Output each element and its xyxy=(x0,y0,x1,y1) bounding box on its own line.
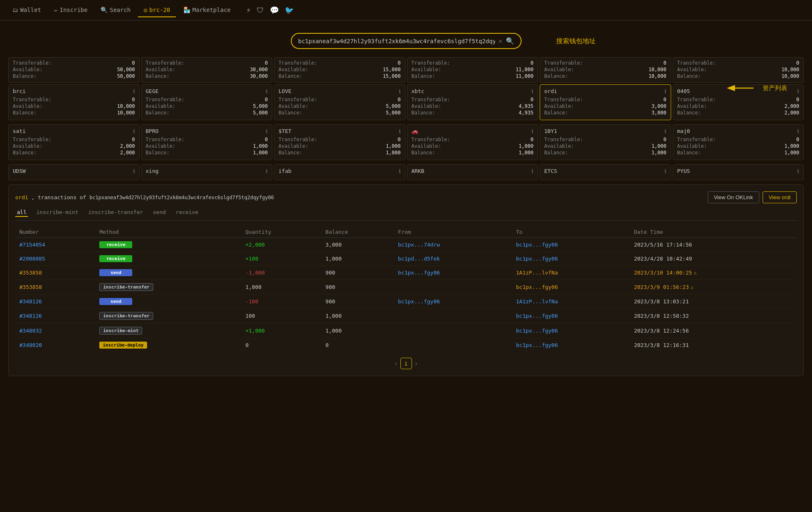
asset-name-GEGE: GEGE xyxy=(146,88,159,94)
nav-inscribe[interactable]: ✏️ Inscribe xyxy=(49,3,94,17)
tx-to[interactable]: bc1px...fgy06 xyxy=(512,252,630,266)
asset-card-row2-BPRO[interactable]: BPRO ℹ Transferable: 0 Available: 1,000 … xyxy=(141,124,273,160)
clear-icon[interactable]: ✕ xyxy=(498,37,503,45)
tx-method: inscribe-transfer xyxy=(95,309,241,323)
tx-balance: 1,000 xyxy=(321,252,394,266)
asset-info-icon-0405[interactable]: ℹ xyxy=(797,88,799,94)
asset-card-row3-ARKB[interactable]: ARKB ℹ xyxy=(407,164,538,180)
asset-card-row3-ifab[interactable]: ifab ℹ xyxy=(274,164,405,180)
tx-to[interactable]: bc1px...fgy06 xyxy=(512,238,630,252)
view-ordi-button[interactable]: View ordi xyxy=(763,191,797,203)
wallet-search-input[interactable] xyxy=(298,38,495,44)
tx-from[interactable]: bc1px...fgy06 xyxy=(394,266,512,280)
tx-address: bc1pxaneaf3w4d27hl2y93fuft2xk6m4u3wc4raf… xyxy=(89,195,274,200)
tx-tab-send[interactable]: send xyxy=(151,208,167,217)
tx-number[interactable]: #2008085 xyxy=(15,252,95,266)
asset-card-row2-1BY1[interactable]: 1BY1 ℹ Transferable: 0 Available: 1,000 … xyxy=(540,124,671,160)
tx-to[interactable]: 1A1zP...lvfNa xyxy=(512,295,630,309)
partial-card-4[interactable]: Transferable:0 Available:11,000 Balance:… xyxy=(407,57,538,83)
asset-name-ordi: ordi xyxy=(544,88,557,94)
marketplace-icon: 🏪 xyxy=(183,7,190,13)
tx-datetime: 2023/3/9 01:56:23⚠ xyxy=(630,280,797,295)
arrow-left-icon xyxy=(725,82,758,94)
tx-number[interactable]: #7154054 xyxy=(15,238,95,252)
asset-name-LOVE: LOVE xyxy=(278,88,291,94)
tx-tab-inscribe-transfer[interactable]: inscribe-transfer xyxy=(87,208,145,217)
tx-number[interactable]: #353858 xyxy=(15,280,95,295)
partial-card-3[interactable]: Transferable:0 Available:15,000 Balance:… xyxy=(274,57,405,83)
nav-marketplace[interactable]: 🏪 Marketplace xyxy=(178,3,236,17)
tx-datetime: 2023/5/16 17:14:56 xyxy=(630,238,797,252)
asset-list-label: 资产列表 xyxy=(763,84,787,92)
tx-tab-all[interactable]: all xyxy=(15,208,28,217)
tx-number[interactable]: #348126 xyxy=(15,295,95,309)
asset-card-row3-UDSW[interactable]: UDSW ℹ xyxy=(8,164,140,180)
tx-from[interactable] xyxy=(394,338,512,352)
partial-card-6[interactable]: Transferable:0 Available:10,000 Balance:… xyxy=(673,57,804,83)
asset-card-ordi[interactable]: ordi ℹ Transferable: 0 Available: 3,000 … xyxy=(540,84,671,120)
asset-card-row3-ETCS[interactable]: ETCS ℹ xyxy=(540,164,671,180)
tx-method: send xyxy=(95,266,241,280)
icon-1[interactable]: ⚡ xyxy=(246,6,251,14)
tx-to[interactable]: bc1px...fgy06 xyxy=(512,338,630,352)
asset-info-icon-xbtc[interactable]: ℹ xyxy=(531,88,534,94)
tx-quantity: -1,000 xyxy=(241,266,321,280)
tx-number[interactable]: #348126 xyxy=(15,309,95,323)
tx-from[interactable]: bc1px...74drw xyxy=(394,238,512,252)
next-page-button[interactable]: › xyxy=(415,360,417,367)
tx-from[interactable] xyxy=(394,309,512,323)
tx-method: inscribe-deploy xyxy=(95,338,241,352)
asset-card-row2-maj0[interactable]: maj0 ℹ Transferable: 0 Available: 1,000 … xyxy=(673,124,804,160)
tx-to[interactable]: bc1px...fgy06 xyxy=(512,280,630,295)
page-1-button[interactable]: 1 xyxy=(400,358,412,369)
nav-search[interactable]: 🔍 Search xyxy=(95,3,136,17)
tx-to[interactable]: 1A1zP...lvfNa xyxy=(512,266,630,280)
tx-method: inscribe-transfer xyxy=(95,280,241,295)
tx-number[interactable]: #348020 xyxy=(15,338,95,352)
partial-card-2[interactable]: Transferable:0 Available:30,000 Balance:… xyxy=(141,57,273,83)
tx-tab-receive[interactable]: receive xyxy=(174,208,200,217)
partial-card-1[interactable]: Transferable:0 Available:50,000 Balance:… xyxy=(8,57,140,83)
tx-from[interactable] xyxy=(394,323,512,338)
asset-card-row3-xing[interactable]: xing ℹ xyxy=(141,164,273,180)
tx-from[interactable] xyxy=(394,280,512,295)
asset-card-LOVE[interactable]: LOVE ℹ Transferable: 0 Available: 5,000 … xyxy=(274,84,405,120)
tx-quantity: +100 xyxy=(241,252,321,266)
tx-to[interactable]: bc1px...fgy06 xyxy=(512,309,630,323)
col-from: From xyxy=(394,226,512,238)
transaction-section: ordi , transactions of bc1pxaneaf3w4d27h… xyxy=(8,184,804,376)
asset-card-row2-🚗[interactable]: 🚗 ℹ Transferable: 0 Available: 1,000 Bal… xyxy=(407,124,538,160)
tx-number[interactable]: #348032 xyxy=(15,323,95,338)
tx-datetime: 2023/3/8 12:24:56 xyxy=(630,323,797,338)
partial-card-5[interactable]: Transferable:0 Available:10,000 Balance:… xyxy=(540,57,671,83)
nav-brc20[interactable]: ◎ brc-20 xyxy=(138,3,176,17)
col-date-time: Date Time xyxy=(630,226,797,238)
prev-page-button[interactable]: ‹ xyxy=(395,360,397,367)
asset-info-icon-LOVE[interactable]: ℹ xyxy=(399,88,401,94)
nav-wallet[interactable]: 🗂 Wallet xyxy=(7,3,47,17)
asset-card-row3-PYUS[interactable]: PYUS ℹ xyxy=(673,164,804,180)
asset-card-GEGE[interactable]: GEGE ℹ Transferable: 0 Available: 5,000 … xyxy=(141,84,273,120)
tx-to[interactable]: bc1px...fgy06 xyxy=(512,323,630,338)
asset-card-row2-$TET[interactable]: $TET ℹ Transferable: 0 Available: 1,000 … xyxy=(274,124,405,160)
asset-info-icon-ordi[interactable]: ℹ xyxy=(665,88,667,94)
search-execute-icon[interactable]: 🔍 xyxy=(506,37,514,45)
asset-info-icon-brci[interactable]: ℹ xyxy=(133,88,135,94)
asset-card-xbtc[interactable]: xbtc ℹ Transferable: 0 Available: 4,935 … xyxy=(407,84,538,120)
discord-icon[interactable]: 💬 xyxy=(270,6,279,14)
asset-card-brci[interactable]: brci ℹ Transferable: 0 Available: 10,000… xyxy=(8,84,140,120)
icon-2[interactable]: 🛡 xyxy=(257,6,264,14)
twitter-icon[interactable]: 🐦 xyxy=(285,6,294,14)
tx-tab-inscribe-mint[interactable]: inscribe-mint xyxy=(35,208,80,217)
tx-from[interactable]: bc1pd...d5fek xyxy=(394,252,512,266)
asset-card-row2-sati[interactable]: sati ℹ Transferable: 0 Available: 2,000 … xyxy=(8,124,140,160)
view-oklink-button[interactable]: View On OKLink xyxy=(708,191,759,203)
tx-action-buttons: View On OKLink View ordi xyxy=(708,191,797,203)
asset-grid-row1: brci ℹ Transferable: 0 Available: 10,000… xyxy=(8,84,804,120)
asset-info-icon-GEGE[interactable]: ℹ xyxy=(266,88,268,94)
tx-number[interactable]: #353858 xyxy=(15,266,95,280)
tx-from[interactable]: bc1px...fgy06 xyxy=(394,295,512,309)
tx-datetime: 2023/4/28 10:42:49 xyxy=(630,252,797,266)
search-wrapper: ✕ 🔍 搜索钱包地址 xyxy=(291,33,522,49)
asset-name-xbtc: xbtc xyxy=(412,88,424,94)
